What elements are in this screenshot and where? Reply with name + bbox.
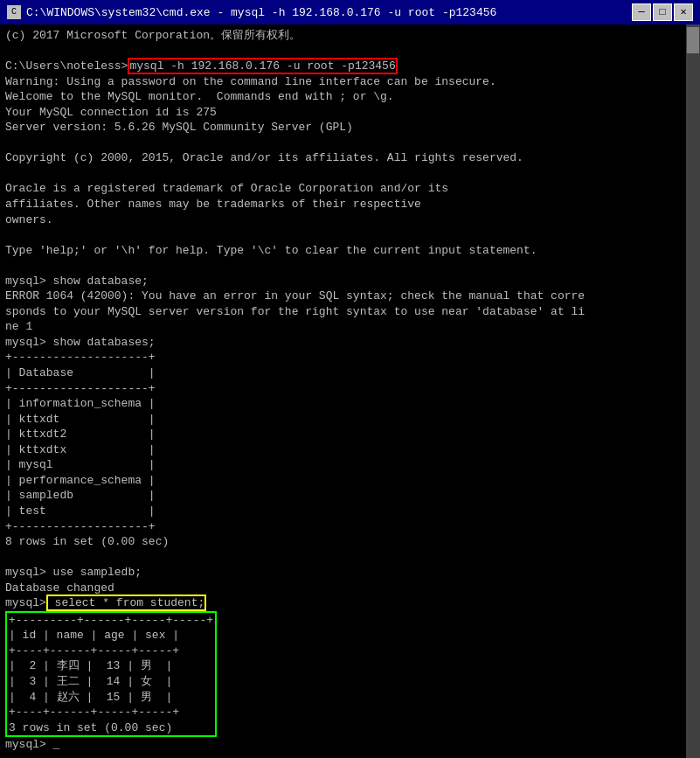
- student-row3: | 4 | 赵六 | 15 | 男 |: [9, 691, 172, 704]
- db7: | sampledb |: [5, 489, 156, 502]
- use-cmd: mysql> use sampledb;: [5, 566, 142, 579]
- maximize-button[interactable]: □: [653, 3, 672, 21]
- db2: | kttxdt |: [5, 413, 156, 426]
- db8: | test |: [5, 504, 156, 518]
- table-header: | Database |: [5, 366, 156, 379]
- prompt-prefix: C:\Users\noteless>: [5, 59, 128, 73]
- student-row1: | 2 | 李四 | 13 | 男 |: [9, 659, 172, 672]
- student-table: +---------+------+-----+-----+ | id | na…: [7, 613, 215, 735]
- line5: Welcome to the MySQL monitor. Commands e…: [5, 90, 394, 103]
- line4: Warning: Using a password on the command…: [5, 75, 496, 88]
- db6: | performance_schema |: [5, 474, 156, 487]
- title-bar: C C:\WINDOWS\system32\cmd.exe - mysql -h…: [0, 0, 700, 24]
- line13: owners.: [5, 213, 53, 226]
- line18: ERROR 1064 (42000): You have an error in…: [5, 289, 585, 303]
- db1: | information_schema |: [5, 397, 156, 410]
- select-line: mysql> select * from student;: [5, 595, 206, 611]
- terminal-content: (c) 2017 Microsoft Corporation。保留所有权利。 C…: [5, 28, 695, 611]
- line15: Type 'help;' or '\h' for help. Type '\c'…: [5, 244, 537, 257]
- line7: Server version: 5.6.26 MySQL Community S…: [5, 121, 353, 134]
- line11: Oracle is a registered trademark of Orac…: [5, 182, 448, 195]
- line9: Copyright (c) 2000, 2015, Oracle and/or …: [5, 151, 523, 164]
- table-border2: +--------------------+: [5, 382, 156, 395]
- student-border2: +----+------+-----+-----+: [9, 644, 179, 657]
- mysql-command: mysql -h 192.168.0.176 -u root -p123456: [128, 58, 397, 74]
- cmd-icon: C: [7, 5, 21, 19]
- minimize-button[interactable]: —: [632, 3, 651, 21]
- student-border1: +---------+------+-----+-----+: [9, 614, 213, 627]
- db-changed: Database changed: [5, 581, 114, 595]
- scrollbar-thumb[interactable]: [687, 27, 699, 53]
- rows8: 8 rows in set (0.00 sec): [5, 535, 169, 548]
- window-title: C:\WINDOWS\system32\cmd.exe - mysql -h 1…: [26, 6, 496, 19]
- final-prompt: mysql> _: [5, 737, 695, 753]
- line21: mysql> show databases;: [5, 336, 156, 349]
- line6: Your MySQL connection id is 275: [5, 106, 217, 119]
- mysql-prompt: mysql> _: [5, 738, 59, 751]
- title-bar-controls[interactable]: — □ ✕: [632, 3, 693, 21]
- line1: (c) 2017 Microsoft Corporation。保留所有权利。: [5, 29, 301, 42]
- table-border3: +--------------------+: [5, 520, 156, 533]
- student-table-block: +---------+------+-----+-----+ | id | na…: [5, 611, 217, 737]
- close-button[interactable]: ✕: [674, 3, 693, 21]
- line12: affiliates. Other names may be trademark…: [5, 198, 421, 211]
- rows3: 3 rows in set (0.00 sec): [9, 721, 172, 734]
- db3: | kttxdt2 |: [5, 428, 156, 441]
- student-row2: | 3 | 王二 | 14 | 女 |: [9, 675, 172, 688]
- window: C C:\WINDOWS\system32\cmd.exe - mysql -h…: [0, 0, 700, 758]
- terminal: (c) 2017 Microsoft Corporation。保留所有权利。 C…: [0, 24, 700, 758]
- line19: sponds to your MySQL server version for …: [5, 305, 585, 318]
- scrollbar[interactable]: [686, 24, 700, 758]
- student-header: | id | name | age | sex |: [9, 629, 179, 642]
- table-border1: +--------------------+: [5, 351, 156, 364]
- line20: ne 1: [5, 320, 32, 333]
- line17: mysql> show database;: [5, 275, 149, 288]
- title-bar-left: C C:\WINDOWS\system32\cmd.exe - mysql -h…: [7, 5, 496, 19]
- student-border3: +----+------+-----+-----+: [9, 706, 179, 719]
- db5: | mysql |: [5, 458, 156, 471]
- db4-kttxdtx: | kttxdtx |: [5, 443, 156, 456]
